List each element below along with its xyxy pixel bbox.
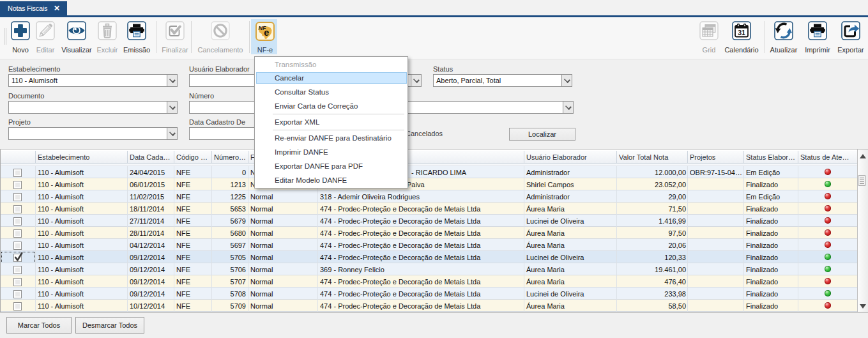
svg-text:31: 31: [738, 29, 745, 36]
svg-text:e: e: [264, 27, 269, 38]
